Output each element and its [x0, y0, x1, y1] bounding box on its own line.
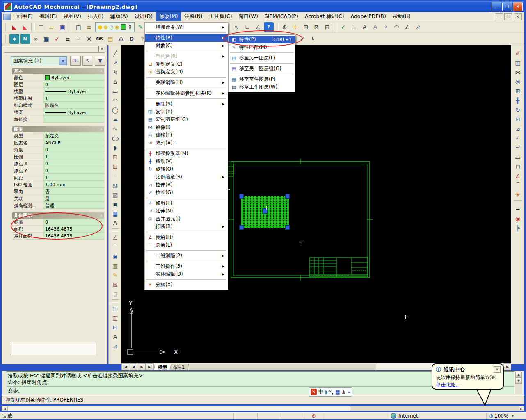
tab-model[interactable]: 模型 — [153, 364, 171, 370]
line-spacing-icon[interactable]: ≡ — [63, 34, 73, 44]
scroll-right-icon[interactable]: ▶ — [504, 363, 511, 370]
grip-top-right[interactable] — [285, 194, 290, 199]
layer-lock-icon[interactable]: ◉ — [114, 24, 119, 30]
copy-icon[interactable]: ◫ — [512, 58, 523, 67]
menu-item[interactable]: --/延伸(N) — [145, 207, 228, 215]
layer-control[interactable]: ●●◔◉ 0 — [95, 22, 135, 32]
menu-item[interactable]: 特性(P)▶ — [145, 34, 228, 42]
zoom-extents-icon[interactable]: ⊠ — [312, 22, 322, 32]
array-icon[interactable]: ⊞ — [512, 86, 523, 96]
menu-modify[interactable]: 修改(M) — [156, 12, 181, 21]
hole-chart-icon[interactable]: ▥ — [110, 261, 121, 270]
mdi-restore-button[interactable]: ❐ — [504, 13, 512, 20]
grip-bottom-left[interactable] — [239, 225, 244, 230]
collapse-chevron-icon[interactable]: « — [99, 214, 103, 217]
palette-close-button[interactable]: ✕ — [98, 46, 105, 52]
menu-item[interactable]: 比例缩放(S)▶ — [145, 173, 228, 181]
arc-icon[interactable]: ◠ — [110, 96, 121, 105]
ime-punct-icon[interactable]: °, — [329, 389, 334, 395]
property-value[interactable]: ByLayer — [43, 109, 104, 116]
ime-tools-icon[interactable]: ⌁ — [348, 389, 350, 395]
menu-item[interactable]: ▤移至零件图层(P) — [229, 75, 295, 83]
collapse-chevron-icon[interactable]: « — [99, 128, 103, 130]
leader-tool-icon[interactable]: ↗ — [413, 22, 423, 32]
section-header[interactable]: 基本« — [12, 68, 104, 74]
open-file-icon[interactable]: ▱ — [47, 22, 57, 32]
table-icon[interactable]: ▦ — [110, 209, 121, 218]
menu-item[interactable]: ✎特性匹配(M) — [229, 43, 295, 51]
property-value[interactable] — [43, 116, 104, 123]
d-underline-icon[interactable]: D — [127, 34, 137, 44]
ime-logo-icon[interactable]: S — [311, 389, 317, 395]
menu-item-3[interactable]: 插入(I) — [85, 12, 107, 21]
property-value[interactable]: 0 — [43, 146, 104, 153]
detail-zoom-icon[interactable]: ◉ — [512, 214, 523, 223]
menu-item[interactable]: 删除(S)▶ — [145, 100, 228, 108]
ortho-check-icon[interactable]: ✓ — [338, 22, 348, 32]
close-button[interactable]: ✕ — [513, 2, 523, 11]
menu-item[interactable]: 重构造(R)▶ — [145, 52, 228, 60]
delete-x-icon[interactable]: ✕ — [84, 34, 94, 44]
menu-item[interactable]: ▤移至另一图层(L) — [229, 54, 295, 62]
quick-select-icon[interactable]: ⊞ — [70, 56, 81, 66]
line-icon[interactable]: ╱ — [110, 48, 121, 58]
layer-stack-icon[interactable]: ≡ — [84, 22, 94, 32]
property-value[interactable]: 0 — [43, 81, 104, 88]
menu-item[interactable]: 对象(C)▶ — [145, 42, 228, 50]
title-bar[interactable]: AutoCAD Mechanical - [Drawing2.dwg] — ❐ … — [2, 1, 524, 12]
move-copy-icon[interactable]: ◫ — [110, 304, 121, 313]
circle-icon[interactable]: ◯ — [110, 105, 121, 114]
spring-tool-icon[interactable]: ∿ — [232, 22, 242, 32]
property-value[interactable]: ByLayer — [43, 88, 104, 95]
power-chamfer-icon[interactable]: ∠ — [110, 233, 121, 242]
protractor-icon[interactable]: ∠ — [253, 22, 263, 32]
property-value[interactable]: 预定义 — [43, 132, 104, 139]
property-value[interactable]: ANGLE — [43, 139, 104, 146]
menu-item[interactable]: 实体编辑(D)▶ — [145, 270, 228, 278]
help-icon[interactable]: ? — [264, 22, 274, 32]
property-value[interactable]: 1 — [43, 174, 104, 181]
toggle-pickadd-icon[interactable]: ▼ — [95, 56, 105, 66]
menu-item[interactable]: ╋移动(V) — [145, 158, 228, 165]
menu-item-5[interactable]: 设计(D) — [131, 12, 156, 21]
menu-item[interactable]: 在位编辑外部参照和块(K)▶ — [145, 89, 228, 97]
angle-tool-icon[interactable]: ∠ — [403, 22, 412, 32]
ellipse-arc-icon[interactable]: ◗ — [110, 143, 121, 152]
menu-item[interactable]: ⊟复制定义(C) — [145, 60, 228, 68]
find-icon[interactable]: ∞ — [31, 34, 41, 44]
menu-item[interactable]: ⊿拉伸(R) — [145, 181, 228, 189]
ime-hand-icon[interactable]: ♟ — [341, 389, 346, 395]
property-value[interactable]: 16436.4875 — [43, 226, 104, 232]
chamfer-icon[interactable]: ∠ — [512, 171, 523, 180]
folder-icon[interactable]: ▤ — [105, 34, 115, 44]
ime-keyboard-icon[interactable]: ▦ — [335, 389, 340, 395]
scale-icon[interactable]: ⊡ — [512, 114, 523, 124]
menu-item[interactable]: ⊞替换定义(D) — [145, 68, 228, 76]
tab-last-button[interactable]: ▶| — [146, 363, 154, 370]
select-objects-icon[interactable]: ↖ — [82, 56, 93, 66]
menu-item[interactable]: ◎合并图元(J) — [145, 215, 228, 223]
menu-item[interactable]: 增强命令(W)▶ — [145, 23, 228, 31]
menu-item-12[interactable]: Adobe PDF(B) — [348, 12, 389, 21]
break-point-icon[interactable]: ▭ — [512, 152, 523, 162]
grip-bottom-right[interactable] — [285, 225, 290, 230]
rotate-icon[interactable]: ↻ — [512, 105, 523, 114]
erase-icon[interactable]: ✐ — [512, 48, 523, 58]
menu-item[interactable]: ⋈镜像(I) — [145, 123, 228, 131]
ellipse-icon[interactable]: ○ — [107, 133, 123, 143]
detail-view-icon[interactable]: ◉ — [110, 251, 121, 261]
section-line-icon[interactable]: ⊿ — [110, 341, 121, 351]
menu-item[interactable]: -/-修剪(T) — [145, 199, 228, 207]
balloon-link[interactable]: 单击此处。 — [432, 381, 503, 389]
menu-item[interactable]: ◫复制(Y) — [145, 108, 228, 116]
am-standards-icon[interactable]: ◆ — [9, 34, 19, 44]
scroll-up-icon[interactable]: ▲ — [515, 372, 522, 378]
grip-top-left[interactable] — [239, 194, 244, 199]
layer-vp-icon[interactable]: ◔ — [109, 24, 113, 30]
menu-item[interactable]: ↻旋转(O) — [145, 165, 228, 173]
property-value[interactable]: 普通 — [43, 202, 104, 209]
menu-item-2[interactable]: 视图(V) — [60, 12, 85, 21]
pan-icon[interactable]: ✛ — [290, 22, 300, 32]
zoom-dropdown-icon[interactable]: ▾ — [512, 414, 514, 418]
axes-insert-icon[interactable]: I. — [308, 34, 318, 44]
